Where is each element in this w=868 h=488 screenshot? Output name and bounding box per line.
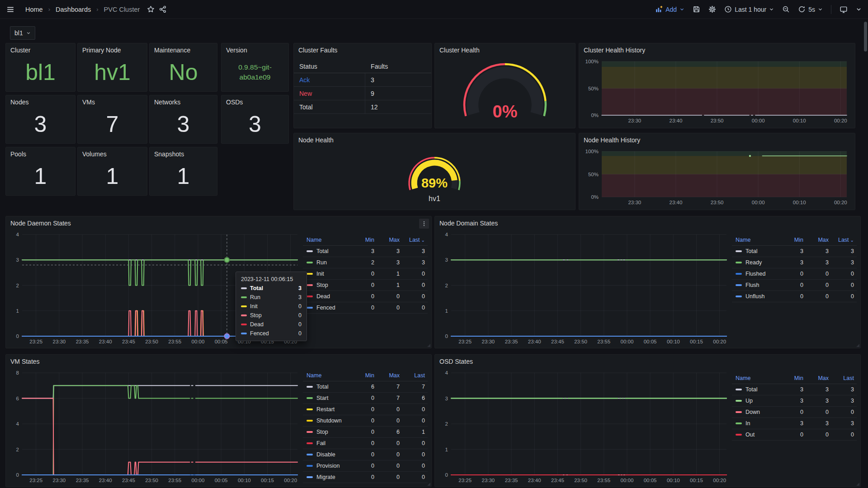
svg-text:23:50: 23:50 [145,339,158,344]
legend-series-name[interactable]: Disable [303,451,352,458]
svg-text:23:35: 23:35 [76,339,89,344]
legend-header-max[interactable]: Max [377,372,402,379]
save-dashboard-icon[interactable] [693,5,700,13]
stat-value: 1 [106,165,119,188]
panel-stat-osds: OSDs 3 [221,95,289,144]
legend-header-name[interactable]: Name [303,372,352,379]
add-panel-button[interactable]: Add [655,5,684,13]
legend-header-min[interactable]: Min [352,372,377,379]
node-health-history-chart[interactable]: 0%50%100%23:3023:4023:5000:0000:1000:20 [582,147,850,207]
legend-series-name[interactable]: Total [303,384,352,390]
favorite-star-icon[interactable] [147,5,155,13]
panel-resize-handle[interactable] [856,483,859,486]
legend-series-name[interactable]: Total [732,386,781,393]
legend-series-name[interactable]: Down [732,409,781,415]
legend-series-name[interactable]: Stop [303,282,352,288]
chevron-down-icon[interactable] [856,6,862,12]
tv-mode-icon[interactable] [840,5,848,14]
legend-series-name[interactable]: Fenced [303,305,352,311]
panel-resize-handle[interactable] [427,483,430,486]
legend-series-name[interactable]: Flush [732,282,781,288]
legend-header-last[interactable]: Last [831,375,857,381]
vm-states-chart[interactable]: 0246823:2523:3023:3523:4023:4523:5023:55… [9,368,301,485]
svg-text:23:50: 23:50 [711,118,724,123]
stat-value: 3 [177,113,190,136]
time-range-picker[interactable]: Last 1 hour [724,5,774,13]
panel-stat-pools: Pools 1 [5,147,75,196]
legend-last-value: 0 [831,432,857,438]
panel-stat-primary-node: Primary Node hv1 [77,43,147,92]
osd-states-chart[interactable]: 0123423:2523:3023:3523:4023:4523:5023:55… [438,368,730,485]
faults-col-faults[interactable]: Faults [365,63,388,70]
legend-header-min[interactable]: Min [781,375,806,381]
breadcrumb-home[interactable]: Home [25,6,43,13]
legend-series-name[interactable]: Migrate [303,474,352,480]
refresh-button[interactable]: 5s [798,5,823,13]
legend-header-min[interactable]: Min [352,237,377,243]
legend-row-disable: Disable000 [303,449,428,460]
legend-series-name[interactable]: Stop [303,429,352,435]
dashboard-settings-icon[interactable] [708,5,716,13]
legend-series-name[interactable]: Fail [303,440,352,446]
tooltip-row-dead: Dead0 [241,321,302,328]
legend-series-name[interactable]: Unflush [732,293,781,300]
panel-cluster-health: Cluster Health 0% [434,43,576,128]
legend-header-name[interactable]: Name [732,375,781,381]
legend-header-max[interactable]: Max [806,375,831,381]
legend-series-name[interactable]: In [732,420,781,427]
legend-series-name[interactable]: Up [732,398,781,404]
menu-icon[interactable] [6,5,14,14]
legend-series-name[interactable]: Start [303,395,352,401]
legend-last-value: 3 [831,398,857,404]
stat-value: bl1 [25,61,56,84]
legend-series-name[interactable]: Out [732,432,781,438]
faults-col-status[interactable]: Status [294,60,365,73]
node-domain-states-chart[interactable]: 0123423:2523:3023:3523:4023:4523:5023:55… [438,230,730,346]
svg-text:00:05: 00:05 [215,339,228,344]
svg-text:23:30: 23:30 [481,478,495,483]
legend-min-value: 0 [352,451,377,458]
legend-last-value: 0 [402,418,428,424]
legend-series-name[interactable]: Total [303,248,352,254]
legend-header-max[interactable]: Max [806,237,831,243]
series-label: Total [745,248,757,254]
legend-series-name[interactable]: Run [303,259,352,266]
stat-value: 0.9.85~git- ab0a1e09 [238,62,272,83]
svg-text:23:30: 23:30 [628,118,641,123]
series-color-swatch [307,284,313,286]
legend-header-max[interactable]: Max [377,237,402,243]
legend-series-name[interactable]: Restart [303,406,352,413]
svg-text:4: 4 [445,232,448,237]
svg-text:00:20: 00:20 [284,478,297,483]
legend-header-last[interactable]: Last [402,372,428,379]
legend-header-last[interactable]: Last⌄ [402,237,428,243]
legend-max-value: 0 [806,293,831,300]
panel-menu-icon[interactable] [419,219,429,229]
legend-min-value: 0 [352,271,377,277]
legend-row-down: Down000 [732,407,857,418]
zoom-out-icon[interactable] [782,5,790,13]
panel-resize-handle[interactable] [856,344,859,347]
legend-series-name[interactable]: Ready [732,259,781,266]
legend-last-value: 0 [402,406,428,413]
breadcrumb-dashboards[interactable]: Dashboards [56,6,91,13]
legend-header-min[interactable]: Min [781,237,806,243]
legend-series-name[interactable]: Provision [303,463,352,469]
legend-series-name[interactable]: Dead [303,293,352,300]
series-color-swatch [736,434,742,436]
variable-selector-cluster[interactable]: bl1 [10,26,35,40]
share-icon[interactable] [159,5,167,13]
legend-header-name[interactable]: Name [732,237,781,243]
series-color-swatch [307,476,313,478]
legend-header-name[interactable]: Name [303,237,352,243]
svg-text:23:30: 23:30 [628,200,641,205]
legend-series-name[interactable]: Flushed [732,271,781,277]
legend-header-last[interactable]: Last⌄ [831,237,857,243]
page-scrollbar[interactable] [864,22,867,52]
legend-series-name[interactable]: Total [732,248,781,254]
legend-last-value: 3 [402,259,428,266]
cluster-health-history-chart[interactable]: 0%50%100%23:3023:4023:5000:0000:1000:20 [582,57,850,125]
legend-series-name[interactable]: Init [303,271,352,277]
panel-resize-handle[interactable] [427,344,430,347]
legend-series-name[interactable]: Shutdown [303,418,352,424]
